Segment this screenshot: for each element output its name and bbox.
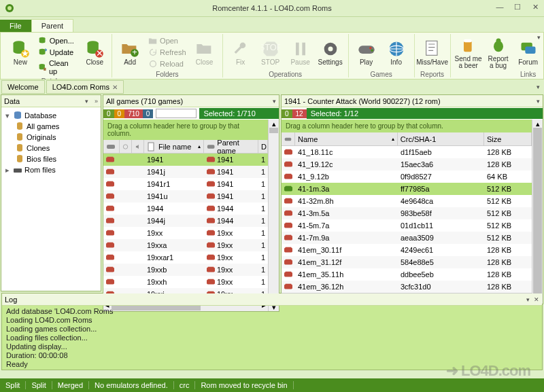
beer-button[interactable]: Send me a beer <box>454 34 483 71</box>
window-title: Romcenter 4.1.1 - LO4D.com Roms <box>212 4 331 12</box>
table-row[interactable]: 41em_31.12f584e88e5128 KB <box>282 256 532 268</box>
tree-view[interactable]: ▾Database All games Originals Clones Bio… <box>1 107 101 178</box>
tab-roms[interactable]: LO4D.com Roms✕ <box>46 80 124 94</box>
svg-text:★: ★ <box>21 48 29 58</box>
table-row[interactable]: 41-7m.9aaeaa3509512 KB <box>282 232 532 244</box>
svg-rect-64 <box>207 207 215 211</box>
close-tab-icon[interactable]: ✕ <box>112 84 118 91</box>
status-crc: crc <box>174 381 196 389</box>
tree-node-originals[interactable]: Originals <box>4 132 98 143</box>
ribbon-collapse-icon[interactable]: ▾ <box>537 34 541 41</box>
table-row[interactable]: 1941u19411 <box>103 190 268 202</box>
col-icon3[interactable] <box>132 140 144 153</box>
svg-rect-112 <box>286 247 292 249</box>
table-row[interactable]: 41-5m.7a01d1cb11512 KB <box>282 219 532 232</box>
col-filename[interactable]: File name▴ <box>144 140 204 153</box>
table-row[interactable]: 1941r119411 <box>103 178 268 190</box>
misshave-button[interactable]: Miss/Have <box>418 34 447 71</box>
col-name[interactable]: Name▴ <box>295 132 398 145</box>
minimize-button[interactable]: — <box>491 0 509 14</box>
svg-rect-102 <box>286 186 292 188</box>
cleanup-button[interactable]: Clean up <box>36 58 80 76</box>
tree-node-clones[interactable]: Clones <box>4 143 98 154</box>
close-button[interactable]: ✕ <box>526 0 544 14</box>
svg-rect-56 <box>207 182 215 187</box>
log-close-icon[interactable]: ✕ <box>534 296 539 303</box>
status-merged: Merged <box>52 381 89 389</box>
rom-rows[interactable]: 41_18.11cd1f15aeb128 KB41_19.12c15aec3a6… <box>282 146 532 293</box>
rom-groupbar[interactable]: Drag a column header here to group by th… <box>282 120 532 132</box>
new-button[interactable]: ★ New <box>6 34 35 71</box>
col-romicon[interactable] <box>282 132 295 145</box>
games-dropdown-icon[interactable]: ▾ <box>273 98 276 105</box>
table-row[interactable]: 194119411 <box>103 154 268 166</box>
status-bar: Split Split Merged No emulators defined.… <box>0 378 544 392</box>
tabs-dropdown-icon[interactable]: ▾ <box>537 84 540 90</box>
rom-dropdown-icon[interactable]: ▾ <box>537 98 540 105</box>
table-row[interactable]: 41_19.12c15aec3a6128 KB <box>282 158 532 171</box>
table-row[interactable]: 194419441 <box>103 202 268 215</box>
col-icon1[interactable] <box>103 140 120 153</box>
games-search-input[interactable] <box>156 109 197 118</box>
games-panel-header: All games (710 games)▾ <box>103 95 279 107</box>
table-row[interactable]: 41em_35.11hddbee5eb128 KB <box>282 268 532 281</box>
table-row[interactable]: 41_9.12b0f9d852764 KB <box>282 171 532 183</box>
add-folder-button[interactable]: + Add <box>115 34 145 71</box>
svg-rect-98 <box>286 162 292 163</box>
tab-welcome[interactable]: Welcome <box>1 80 45 94</box>
close-db-button[interactable]: ✕ Close <box>80 34 109 71</box>
games-v-scrollbar[interactable]: ▴▾ <box>268 120 279 311</box>
tree-node-bios[interactable]: Bios files <box>4 154 98 164</box>
tree-menu-icon[interactable]: » <box>95 98 98 105</box>
tree-node-database[interactable]: ▾Database <box>4 110 98 121</box>
table-row[interactable]: 1944j19441 <box>103 215 268 227</box>
open-button[interactable]: Open... <box>36 35 80 46</box>
table-row[interactable]: 41_18.11cd1f15aeb128 KB <box>282 146 532 158</box>
table-row[interactable]: 19xxb19xx1 <box>103 264 268 276</box>
col-icon2[interactable] <box>120 140 132 153</box>
col-crc[interactable]: Crc/SHA-1 <box>398 132 484 145</box>
games-rows[interactable]: 1941194111941j194111941r1194111941u19411… <box>103 154 268 300</box>
col-parent[interactable]: Parent game <box>204 140 258 153</box>
tab-file[interactable]: File <box>0 20 31 32</box>
bug-button[interactable]: Report a bug <box>483 34 513 71</box>
tree-node-romfiles[interactable]: ▸Rom files <box>4 164 98 175</box>
tab-parent[interactable]: Parent <box>31 19 73 32</box>
svg-rect-58 <box>106 194 114 199</box>
expand-icon[interactable]: ▸ <box>4 166 11 175</box>
svg-rect-96 <box>286 149 292 151</box>
rom-v-scrollbar[interactable]: ▴▾ <box>532 120 543 304</box>
table-row[interactable]: 19xxa19xx1 <box>103 239 268 251</box>
log-dropdown-icon[interactable]: ▾ <box>526 296 530 303</box>
games-groupbar[interactable]: Drag a column header here to group by th… <box>103 120 268 140</box>
svg-point-30 <box>496 38 500 43</box>
table-row[interactable]: 19xxh19xx1 <box>103 276 268 288</box>
table-row[interactable]: 41em_30.11f4249ec61128 KB <box>282 244 532 256</box>
games-selected-bar: Selected: 1/710 <box>199 108 279 119</box>
table-row[interactable]: 19xx19xx1 <box>103 227 268 239</box>
log-body[interactable]: Add database 'LO4D.com Roms'Loading LO4D… <box>2 306 542 370</box>
maximize-button[interactable]: ☐ <box>509 0 526 14</box>
ribbon-group-reports: Miss/Have Reports <box>415 34 451 77</box>
info-button[interactable]: Info <box>381 34 411 71</box>
tree-dropdown-icon[interactable]: ▾ <box>85 98 88 105</box>
collapse-icon[interactable]: ▾ <box>4 111 11 120</box>
svg-rect-105 <box>284 211 292 216</box>
table-row[interactable]: 41-32m.8h4e9648ca512 KB <box>282 195 532 207</box>
play-button[interactable]: Play <box>352 34 381 71</box>
svg-rect-8 <box>44 68 46 71</box>
svg-point-43 <box>123 144 127 148</box>
table-row[interactable]: 41em_36.12h3cfc31d0128 KB <box>282 281 532 293</box>
col-d[interactable]: D <box>258 140 268 153</box>
settings-button[interactable]: Settings <box>316 34 345 71</box>
svg-rect-79 <box>107 255 114 256</box>
tree-node-allgames[interactable]: All games <box>4 121 98 132</box>
update-button[interactable]: Update <box>36 47 80 58</box>
cylinder-icon <box>15 143 24 153</box>
col-size[interactable]: Size <box>484 132 532 145</box>
log-header: Log▾✕ <box>2 293 542 306</box>
table-row[interactable]: 41-1m.3aff77985a512 KB <box>282 183 532 195</box>
table-row[interactable]: 41-3m.5a983be58f512 KB <box>282 207 532 219</box>
table-row[interactable]: 1941j19411 <box>103 166 268 178</box>
table-row[interactable]: 19xxar119xx1 <box>103 251 268 264</box>
